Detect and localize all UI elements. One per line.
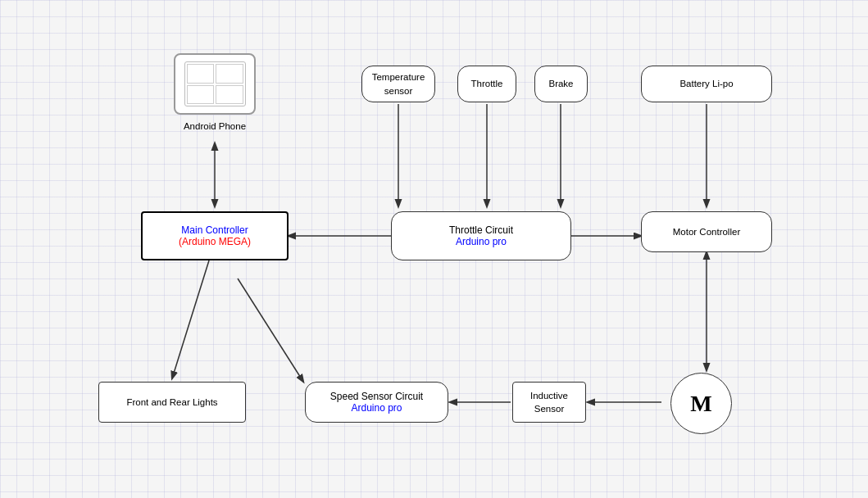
throttle-label: Throttle	[471, 77, 503, 90]
brake-label: Brake	[548, 77, 573, 90]
inductive-sensor-label: InductiveSensor	[530, 389, 568, 415]
screen-cell	[216, 85, 243, 105]
main-controller-label-line2: (Arduino MEGA)	[179, 236, 251, 247]
throttle-circuit-text: Throttle Circuit Arduino pro	[449, 224, 513, 247]
main-controller-node: Main Controller (Arduino MEGA)	[141, 211, 289, 260]
speed-sensor-circuit-label-line2: Arduino pro	[351, 402, 402, 414]
screen-cell	[216, 64, 243, 84]
android-phone-node	[174, 53, 256, 115]
motor-node: M	[670, 373, 732, 434]
screen-cell	[187, 85, 215, 105]
throttle-circuit-label-line1: Throttle Circuit	[449, 224, 513, 236]
screen-cell	[187, 64, 215, 84]
front-rear-lights-node: Front and Rear Lights	[98, 382, 246, 423]
speed-sensor-circuit-node: Speed Sensor Circuit Arduino pro	[305, 382, 448, 423]
throttle-circuit-label-line2: Arduino pro	[456, 236, 507, 247]
front-rear-lights-label: Front and Rear Lights	[126, 396, 217, 409]
tablet-screen	[184, 61, 246, 106]
temperature-sensor-label: Temperaturesensor	[372, 70, 425, 97]
motor-label: M	[690, 391, 711, 417]
motor-controller-label: Motor Controller	[673, 225, 740, 238]
battery-lipo-label: Battery Li-po	[679, 77, 733, 90]
mainctrl-lights-arrow	[172, 260, 209, 378]
speed-sensor-circuit-text: Speed Sensor Circuit Arduino pro	[330, 391, 423, 414]
speed-sensor-circuit-label-line1: Speed Sensor Circuit	[330, 391, 423, 402]
temperature-sensor-node: Temperaturesensor	[361, 66, 435, 102]
inductive-sensor-node: InductiveSensor	[512, 382, 586, 423]
android-phone-label: Android Phone	[161, 121, 268, 131]
mainctrl-speedsensor-arrow	[238, 278, 303, 382]
throttle-circuit-node: Throttle Circuit Arduino pro	[391, 211, 571, 260]
motor-controller-node: Motor Controller	[641, 211, 772, 252]
main-controller-text: Main Controller (Arduino MEGA)	[179, 224, 251, 247]
battery-lipo-node: Battery Li-po	[641, 66, 772, 102]
brake-node: Brake	[534, 66, 588, 102]
main-controller-label-line1: Main Controller	[181, 224, 248, 236]
throttle-node: Throttle	[457, 66, 516, 102]
